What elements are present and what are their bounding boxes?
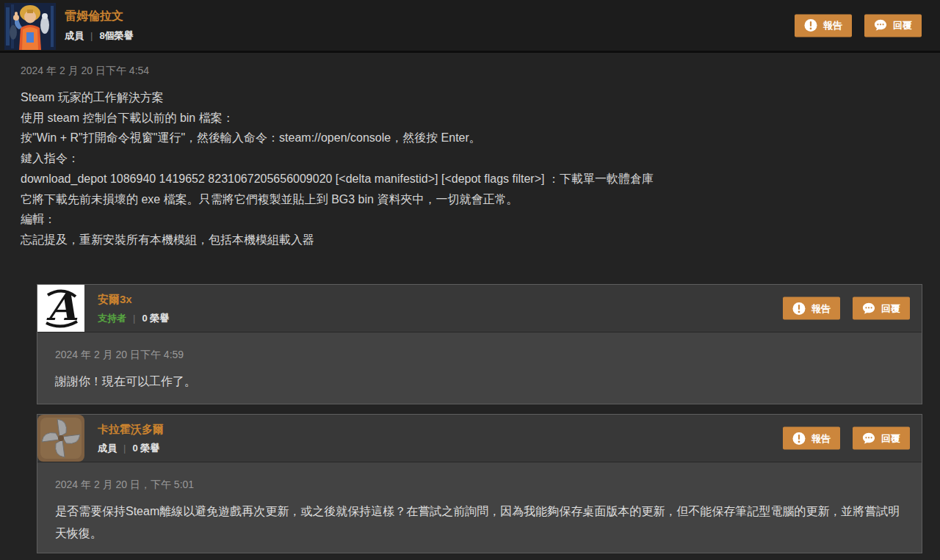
reply-card: A 安爾3x 支持者|0 榮譽 報告 回覆 <box>37 284 922 404</box>
post-author-avatar[interactable] <box>4 3 56 50</box>
reply-author-avatar[interactable] <box>37 415 84 462</box>
reply-author-block: 安爾3x 支持者|0 榮譽 <box>98 293 169 325</box>
reply-author-kudos: 0 榮譽 <box>142 313 169 324</box>
reply-actions: 報告 回覆 <box>783 427 910 450</box>
reply-author-block: 卡拉霍沃多爾 成員|0 榮譽 <box>98 423 164 455</box>
post-date: 2024 年 2 月 20 日下午 4:54 <box>21 65 919 78</box>
reply-button[interactable]: 回覆 <box>864 14 922 37</box>
reply-actions: 報告 回覆 <box>783 297 910 320</box>
reply-text: 是否需要保持Steam離線以避免遊戲再次更新，或之後就保持這樣？在嘗試之前詢問，… <box>55 501 904 545</box>
reply-header: 卡拉霍沃多爾 成員|0 榮譽 報告 回覆 <box>37 415 922 462</box>
reply-body: 2024 年 2 月 20 日下午 4:59 謝謝你！現在可以工作了。 <box>37 332 922 393</box>
reply-header: A 安爾3x 支持者|0 榮譽 報告 回覆 <box>37 285 922 332</box>
post-text-line: 使用 steam 控制台下載以前的 bin 檔案： <box>21 108 919 128</box>
post-text-line: 忘記提及，重新安裝所有本機模組，包括本機模組載入器 <box>21 230 919 250</box>
reply-author-meta: 成員|0 榮譽 <box>98 442 164 455</box>
report-exclamation-icon <box>792 432 806 445</box>
reply-button[interactable]: 回覆 <box>853 427 910 450</box>
post-author-role: 成員 <box>65 30 84 41</box>
reply-date: 2024 年 2 月 20 日下午 4:59 <box>55 349 904 362</box>
reply-author-avatar[interactable]: A <box>37 285 84 332</box>
post-author-block: 雷姆倫拉文 成員|8個榮譽 <box>65 9 134 43</box>
post-author-name[interactable]: 雷姆倫拉文 <box>65 9 134 24</box>
reply-author-role: 成員 <box>98 443 117 454</box>
reply-button-label: 回覆 <box>893 19 912 32</box>
reply-author-name[interactable]: 安爾3x <box>98 293 169 307</box>
meta-separator: | <box>90 30 93 41</box>
reply-author-role: 支持者 <box>98 313 126 324</box>
post-text-line: Steam 玩家的工作解決方案 <box>21 87 919 108</box>
report-exclamation-icon <box>804 19 817 32</box>
report-button-label: 報告 <box>823 19 842 32</box>
report-button[interactable]: 報告 <box>783 297 840 320</box>
report-button-label: 報告 <box>811 432 831 445</box>
reply-card: 卡拉霍沃多爾 成員|0 榮譽 報告 回覆 2024 年 2 月 20 日，下午 … <box>37 414 922 553</box>
report-exclamation-icon <box>792 302 806 315</box>
reply-chat-icon <box>862 432 875 445</box>
reply-button[interactable]: 回覆 <box>853 297 910 320</box>
reply-text: 謝謝你！現在可以工作了。 <box>55 371 904 393</box>
reply-date: 2024 年 2 月 20 日，下午 5:01 <box>55 479 904 492</box>
avatar-art-blackletter-a: A <box>37 285 84 332</box>
meta-separator: | <box>123 443 126 454</box>
avatar-art-character <box>4 3 56 50</box>
post-text-line: 按"Win + R"打開命令視窗"運行"，然後輸入命令：steam://open… <box>21 128 919 148</box>
reply-chat-icon <box>862 302 875 315</box>
post-text-line: 編輯： <box>21 209 919 230</box>
reply-author-meta: 支持者|0 榮譽 <box>98 312 169 325</box>
reply-body: 2024 年 2 月 20 日，下午 5:01 是否需要保持Steam離線以避免… <box>37 462 922 545</box>
reply-author-name[interactable]: 卡拉霍沃多爾 <box>98 423 164 437</box>
reply-chat-icon <box>874 19 887 32</box>
reply-author-kudos: 0 榮譽 <box>132 443 159 454</box>
meta-separator: | <box>133 313 135 324</box>
post-text-line: 它將下載先前未損壞的 exe 檔案。只需將它們複製並貼上到 BG3 bin 資料… <box>21 189 919 210</box>
post-text-line: 鍵入指令： <box>21 148 919 169</box>
avatar-art-pinwheel <box>37 415 84 462</box>
report-button-label: 報告 <box>811 302 831 315</box>
reply-button-label: 回覆 <box>881 432 900 445</box>
post-text-line: download_depot 1086940 1419652 823106720… <box>21 169 919 189</box>
report-button[interactable]: 報告 <box>783 427 840 450</box>
post-body: 2024 年 2 月 20 日下午 4:54 Steam 玩家的工作解決方案 使… <box>21 65 919 250</box>
report-button[interactable]: 報告 <box>795 14 852 37</box>
post-header: 雷姆倫拉文 成員|8個榮譽 報告 回覆 <box>0 0 940 53</box>
post-author-kudos: 8個榮譽 <box>99 30 133 41</box>
post-actions: 報告 回覆 <box>795 14 922 37</box>
reply-button-label: 回覆 <box>881 302 900 315</box>
post-author-meta: 成員|8個榮譽 <box>65 29 134 43</box>
